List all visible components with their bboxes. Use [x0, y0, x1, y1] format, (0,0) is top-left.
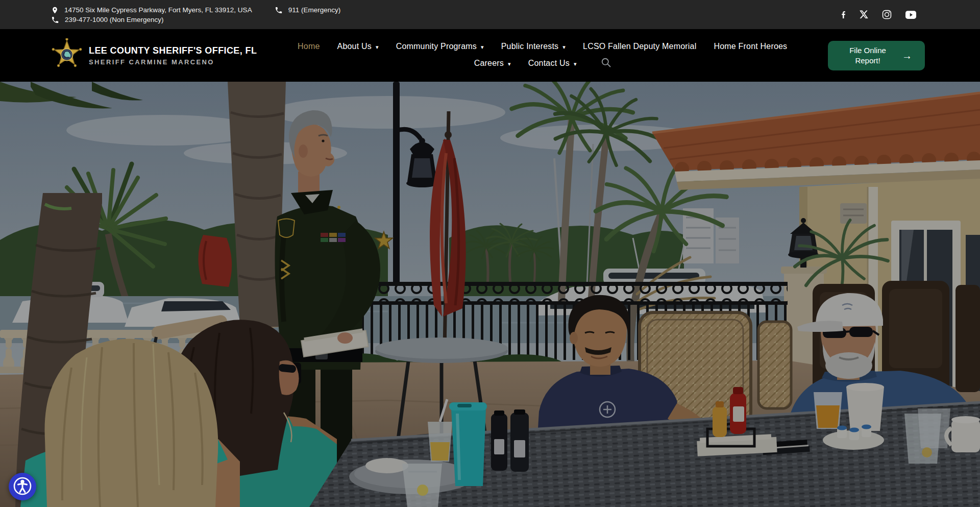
contact-info: 14750 Six Mile Cypress Parkway, Fort Mye… — [51, 6, 340, 24]
nav-item-home-front-heroes[interactable]: Home Front Heroes — [714, 42, 787, 51]
nav-item-public-interests[interactable]: Public Interests▾ — [501, 42, 566, 51]
nav-item-about-us[interactable]: About Us▾ — [337, 42, 379, 51]
search-button[interactable] — [601, 58, 611, 69]
phone-icon — [51, 16, 59, 24]
non-emergency-phone-text: 239-477-1000 (Non Emergency) — [65, 16, 164, 23]
main-nav: Home About Us▾ Community Programs▾ Publi… — [269, 42, 816, 69]
logo-text: LEE COUNTY SHERIFF'S OFFICE, FL SHERIFF … — [89, 45, 257, 66]
nav-item-contact-us[interactable]: Contact Us▾ — [528, 59, 577, 68]
social-links — [839, 10, 916, 20]
instagram-icon[interactable] — [882, 10, 892, 19]
hero-dark-overlay — [0, 82, 980, 507]
emergency-phone-item: 911 (Emergency) — [275, 6, 341, 14]
chevron-down-icon: ▾ — [508, 60, 511, 67]
non-emergency-phone-item: 239-477-1000 (Non Emergency) — [51, 16, 164, 24]
accessibility-icon — [13, 476, 32, 497]
cta-label: File Online Report! — [841, 45, 895, 65]
nav-row-1: Home About Us▾ Community Programs▾ Publi… — [298, 42, 787, 51]
x-twitter-icon[interactable] — [859, 10, 868, 19]
arrow-right-icon: → — [902, 51, 912, 61]
nav-item-community-programs[interactable]: Community Programs▾ — [396, 42, 484, 51]
nav-item-lcso-fallen-deputy-memorial[interactable]: LCSO Fallen Deputy Memorial — [583, 42, 696, 51]
logo[interactable]: LEE COUNTY SHERIFF'S OFFICE, FL SHERIFF … — [51, 38, 257, 73]
address-text: 14750 Six Mile Cypress Parkway, Fort Mye… — [64, 6, 252, 14]
chevron-down-icon: ▾ — [562, 43, 566, 50]
chevron-down-icon: ▾ — [376, 43, 379, 50]
site-header: LEE COUNTY SHERIFF'S OFFICE, FL SHERIFF … — [0, 29, 980, 82]
hero-section — [0, 82, 980, 507]
phone-icon — [275, 6, 283, 14]
accessibility-widget-button[interactable] — [9, 473, 36, 500]
chevron-down-icon: ▾ — [574, 60, 577, 67]
sheriff-star-badge-icon — [51, 38, 83, 73]
logo-title: LEE COUNTY SHERIFF'S OFFICE, FL — [89, 45, 257, 56]
file-online-report-button[interactable]: File Online Report! → — [828, 41, 925, 70]
location-pin-icon — [51, 6, 59, 15]
nav-row-2: Careers▾ Contact Us▾ — [474, 58, 611, 69]
address-item: 14750 Six Mile Cypress Parkway, Fort Mye… — [51, 6, 252, 15]
nav-item-careers[interactable]: Careers▾ — [474, 59, 511, 68]
search-icon — [601, 58, 611, 69]
nav-item-home[interactable]: Home — [298, 42, 320, 51]
emergency-phone-text: 911 (Emergency) — [288, 6, 341, 14]
chevron-down-icon: ▾ — [481, 43, 484, 50]
facebook-icon[interactable] — [839, 10, 845, 20]
logo-subtitle: SHERIFF CARMINE MARCENO — [89, 58, 257, 66]
topbar: 14750 Six Mile Cypress Parkway, Fort Mye… — [0, 0, 980, 29]
page: 14750 Six Mile Cypress Parkway, Fort Mye… — [0, 0, 980, 507]
youtube-icon[interactable] — [905, 11, 916, 19]
